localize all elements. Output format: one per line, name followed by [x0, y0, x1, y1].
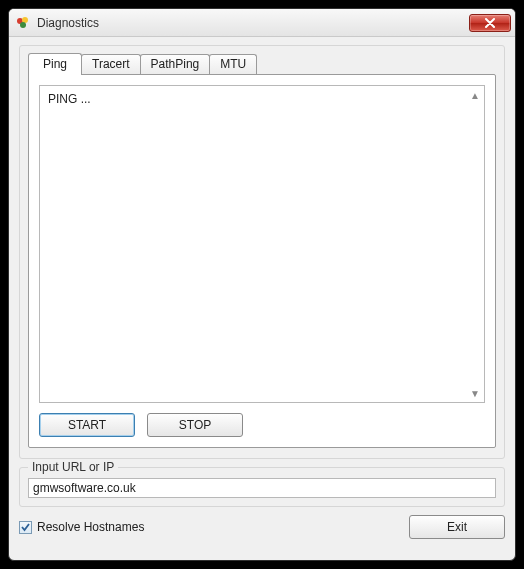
tab-pathping-label: PathPing [151, 57, 200, 71]
tab-strip: Ping Tracert PathPing MTU [28, 52, 496, 74]
output-area[interactable]: PING ... ▲ ▼ [39, 85, 485, 403]
titlebar: Diagnostics [9, 9, 515, 37]
output-text: PING ... [48, 92, 464, 106]
window-title: Diagnostics [37, 16, 469, 30]
tab-mtu-label: MTU [220, 57, 246, 71]
tab-tracert[interactable]: Tracert [81, 54, 141, 74]
input-groupbox: Input URL or IP [19, 467, 505, 507]
start-button-label: START [68, 418, 106, 432]
bottom-row: Resolve Hostnames Exit [19, 515, 505, 539]
url-input[interactable] [28, 478, 496, 498]
scroll-down-icon[interactable]: ▼ [468, 386, 482, 400]
scroll-up-icon[interactable]: ▲ [468, 88, 482, 102]
tab-pathping[interactable]: PathPing [140, 54, 211, 74]
tab-tracert-label: Tracert [92, 57, 130, 71]
resolve-hostnames-checkbox[interactable]: Resolve Hostnames [19, 520, 144, 534]
tab-mtu[interactable]: MTU [209, 54, 257, 74]
exit-button[interactable]: Exit [409, 515, 505, 539]
close-button[interactable] [469, 14, 511, 32]
exit-button-label: Exit [447, 520, 467, 534]
tab-ping[interactable]: Ping [28, 53, 82, 75]
button-row: START STOP [39, 413, 485, 437]
client-area: Ping Tracert PathPing MTU PING ... ▲ ▼ S… [9, 37, 515, 560]
check-icon [20, 522, 31, 533]
tab-body: PING ... ▲ ▼ START STOP [28, 74, 496, 448]
app-icon [15, 15, 31, 31]
diagnostics-window: Diagnostics Ping Tracert PathPing MTU PI… [8, 8, 516, 561]
svg-point-2 [20, 22, 26, 28]
resolve-hostnames-label: Resolve Hostnames [37, 520, 144, 534]
checkbox-box [19, 521, 32, 534]
close-icon [484, 18, 496, 28]
stop-button[interactable]: STOP [147, 413, 243, 437]
stop-button-label: STOP [179, 418, 211, 432]
main-groupbox: Ping Tracert PathPing MTU PING ... ▲ ▼ S… [19, 45, 505, 459]
tab-ping-label: Ping [43, 57, 67, 71]
input-label: Input URL or IP [28, 460, 118, 474]
start-button[interactable]: START [39, 413, 135, 437]
